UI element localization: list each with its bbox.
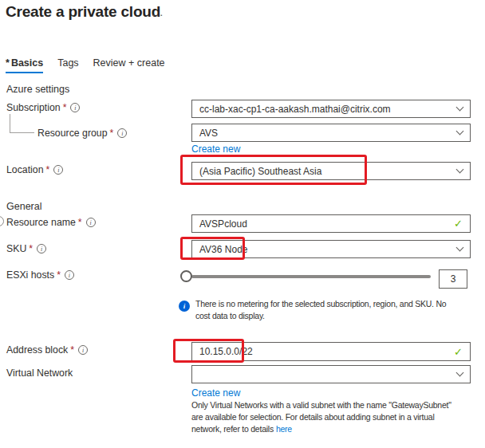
clipped-info-icon: [0, 216, 4, 226]
info-message-line1: There is no metering for the selected su…: [195, 298, 475, 310]
esxi-hosts-slider-handle[interactable]: [180, 270, 192, 282]
info-tooltip-icon[interactable]: i: [65, 270, 74, 280]
subscription-value: cc-lab-xac-cp1-ca-aakash.mathai@citrix.c…: [199, 104, 391, 115]
required-asterisk: *: [63, 102, 67, 113]
address-block-label-text: Address block: [6, 344, 68, 356]
esxi-hosts-slider-track[interactable]: [191, 275, 431, 278]
resource-group-dropdown[interactable]: AVS: [191, 124, 471, 142]
virtual-network-label: Virtual Network: [6, 367, 73, 379]
info-tooltip-icon[interactable]: i: [70, 103, 80, 112]
esxi-hosts-count-input[interactable]: 3: [439, 269, 467, 289]
tab-basics[interactable]: *Basics: [6, 57, 43, 73]
helper-line1: Only Virtual Networks with a valid subne…: [191, 399, 483, 411]
sku-label-text: SKU: [6, 243, 26, 254]
create-new-resource-group-link[interactable]: Create new: [191, 143, 240, 155]
resource-group-label-text: Resource group: [37, 128, 108, 139]
resource-name-input[interactable]: AVSPcloud ✓: [191, 214, 471, 233]
resource-group-label: Resource group * i: [37, 128, 127, 139]
info-tooltip-icon[interactable]: i: [78, 345, 88, 355]
resource-name-label-text: Resource name: [6, 217, 76, 228]
no-metering-info-message: There is no metering for the selected su…: [195, 298, 475, 322]
tab-basics-label: Basics: [11, 57, 43, 69]
esxi-hosts-label: ESXi hosts * i: [6, 269, 74, 281]
location-value: (Asia Pacific) Southeast Asia: [199, 166, 321, 177]
tab-tags-label: Tags: [57, 57, 78, 69]
create-private-cloud-page: Create a private cloud … *Basics Tags Re…: [0, 0, 485, 448]
address-block-label: Address block * i: [6, 344, 88, 356]
tab-tags[interactable]: Tags: [57, 57, 78, 73]
chevron-down-icon: [456, 166, 464, 174]
location-label: Location * i: [6, 164, 63, 175]
esxi-hosts-count-value: 3: [451, 273, 456, 285]
chevron-down-icon: [456, 128, 464, 136]
helper-line3: network, refer to detailshere: [191, 423, 483, 435]
tab-review-create[interactable]: Review + create: [93, 57, 165, 73]
sku-value: AV36 Node: [199, 244, 248, 255]
azure-settings-heading: Azure settings: [6, 84, 69, 95]
resource-name-label: Resource name * i: [6, 217, 96, 228]
location-dropdown[interactable]: (Asia Pacific) Southeast Asia: [191, 162, 471, 180]
page-title: Create a private cloud: [6, 3, 160, 21]
validation-check-icon: ✓: [454, 218, 463, 230]
helper-line3-text: network, refer to details: [191, 424, 274, 434]
chevron-down-icon: [456, 369, 464, 377]
info-tooltip-icon[interactable]: i: [117, 128, 127, 138]
required-asterisk: *: [78, 217, 82, 228]
tab-review-create-label: Review + create: [93, 57, 165, 69]
required-asterisk: *: [46, 164, 50, 175]
virtual-network-helper-text: Only Virtual Networks with a valid subne…: [191, 399, 483, 435]
subscription-dropdown[interactable]: cc-lab-xac-cp1-ca-aakash.mathai@citrix.c…: [191, 100, 471, 118]
sku-label: SKU * i: [6, 243, 46, 254]
required-asterisk: *: [70, 344, 74, 356]
address-block-input[interactable]: 10.15.0.0/22 ✓: [191, 342, 471, 361]
required-asterisk: *: [110, 128, 114, 139]
subscription-label-text: Subscription: [6, 102, 61, 113]
esxi-hosts-label-text: ESXi hosts: [6, 269, 54, 281]
more-options-icon[interactable]: …: [152, 5, 164, 18]
info-tooltip-icon[interactable]: i: [37, 244, 46, 253]
sku-dropdown[interactable]: AV36 Node: [191, 240, 471, 258]
virtual-network-dropdown[interactable]: [191, 365, 471, 383]
chevron-down-icon: [456, 244, 464, 252]
location-label-text: Location: [6, 164, 44, 175]
required-asterisk: *: [57, 269, 61, 281]
tree-connector-line: [10, 114, 34, 133]
info-message-line2: cost data to display.: [195, 310, 475, 322]
info-tooltip-icon[interactable]: i: [86, 218, 96, 227]
here-link[interactable]: here: [276, 424, 292, 434]
helper-line2: are available for selection. For details…: [191, 411, 483, 423]
resource-group-value: AVS: [199, 128, 218, 139]
info-icon: i: [179, 301, 190, 312]
virtual-network-label-text: Virtual Network: [6, 367, 73, 379]
chevron-down-icon: [456, 104, 464, 112]
resource-name-value: AVSPcloud: [199, 218, 247, 230]
required-asterisk: *: [6, 57, 10, 69]
subscription-label: Subscription * i: [6, 102, 80, 113]
address-block-value: 10.15.0.0/22: [199, 346, 253, 357]
general-heading: General: [6, 201, 41, 212]
create-new-virtual-network-link[interactable]: Create new: [191, 387, 240, 399]
validation-check-icon: ✓: [454, 346, 463, 358]
info-tooltip-icon[interactable]: i: [53, 165, 63, 175]
tab-bar: *Basics Tags Review + create: [6, 57, 165, 73]
required-asterisk: *: [29, 243, 33, 254]
